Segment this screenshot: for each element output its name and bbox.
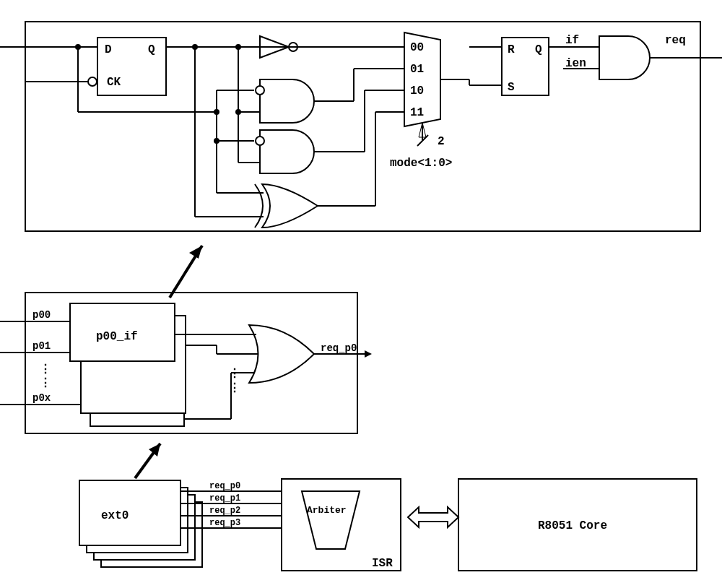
mux-sel-label: mode<1:0> xyxy=(390,157,452,170)
req-p0-label: req_p0 xyxy=(209,481,240,491)
svg-rect-70 xyxy=(79,480,180,545)
or-gate-icon xyxy=(249,325,314,383)
svg-point-2 xyxy=(88,77,97,86)
latch-s-label: S xyxy=(508,81,515,94)
p00-if-label: p00_if xyxy=(96,330,138,343)
mux-in3-label: 11 xyxy=(410,106,424,119)
middle-block: p00_if p00 p01 ⋮ ⋮ p0x ⋮ ⋮ req_p0 xyxy=(0,293,372,433)
core-label: R8051 Core xyxy=(538,519,607,532)
req-p0-mid-label: req_p0 xyxy=(321,342,357,354)
p0x-input-label: p0x xyxy=(32,392,51,404)
ff-d-label: D xyxy=(105,43,112,56)
p01-input-label: p01 xyxy=(32,340,51,352)
core-block: R8051 Core xyxy=(458,479,697,571)
req-p2-label: req_p2 xyxy=(209,506,240,516)
latch-r-label: R xyxy=(508,43,515,56)
svg-point-5 xyxy=(256,137,264,145)
p00-input-label: p00 xyxy=(32,309,51,321)
svg-point-14 xyxy=(214,109,219,115)
svg-point-4 xyxy=(256,86,264,95)
rs-latch: R Q S xyxy=(502,38,549,95)
svg-text:⋮: ⋮ xyxy=(40,363,51,376)
ext0-label: ext0 xyxy=(101,509,129,522)
bottom-region: ext0 req_p0 req_p1 req_p2 req_p3 Arbiter… xyxy=(79,444,697,571)
arrow-mid-to-top xyxy=(170,246,202,298)
and-in-a-label: if xyxy=(565,34,579,47)
top-block: D Q CK 00 01 xyxy=(0,22,722,231)
svg-point-27 xyxy=(235,109,241,115)
mux-in0-label: 00 xyxy=(410,41,424,54)
and-gate-icon xyxy=(599,36,650,79)
p00-if-stack: p00_if xyxy=(70,303,186,426)
ff-ck-label: CK xyxy=(107,76,121,89)
svg-point-17 xyxy=(214,138,219,144)
nand-gate-2-icon xyxy=(256,130,314,173)
mux-in1-label: 01 xyxy=(410,63,424,76)
arrow-bottom-to-mid xyxy=(135,444,160,478)
latch-q-label: Q xyxy=(535,43,542,56)
ext0-stack: ext0 xyxy=(79,480,202,567)
mux: 00 01 10 11 2 mode<1:0> xyxy=(390,33,452,170)
svg-text:⋮: ⋮ xyxy=(40,377,51,390)
isr-block: Arbiter ISR xyxy=(282,479,401,571)
isr-label: ISR xyxy=(372,557,393,570)
nand-gate-1-icon xyxy=(256,79,314,123)
ff-q-label: Q xyxy=(148,43,155,56)
req-p3-label: req_p3 xyxy=(209,518,240,528)
bus-arrow-icon xyxy=(408,507,458,527)
req-p1-label: req_p1 xyxy=(209,493,240,503)
req-output-label: req xyxy=(665,34,686,47)
arbiter-label: Arbiter xyxy=(307,505,347,516)
mux-in2-label: 10 xyxy=(410,85,424,98)
d-flipflop: D Q CK xyxy=(88,38,166,95)
xor-gate-icon xyxy=(255,184,318,228)
mux-sel-width: 2 xyxy=(438,135,445,148)
